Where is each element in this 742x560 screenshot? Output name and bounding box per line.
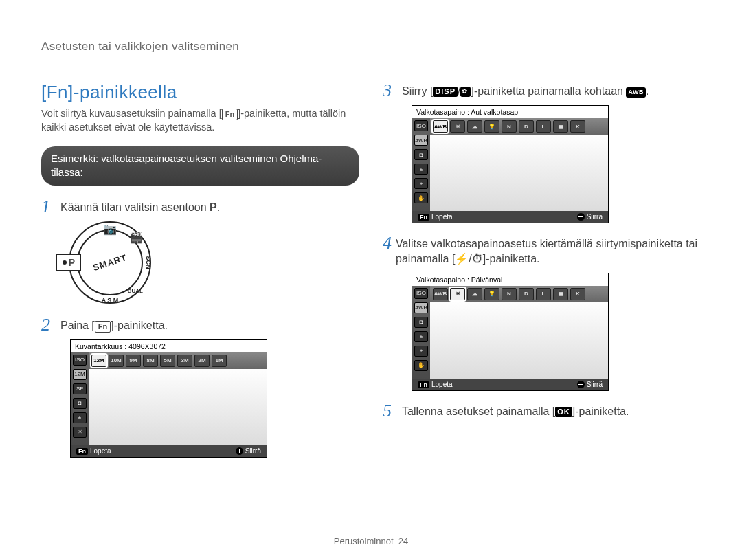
lcd-footer-right: Siirrä — [587, 213, 603, 221]
lcd-side-icon: 12M — [73, 369, 87, 380]
dial-icon: SCN — [145, 256, 152, 269]
step-number: 1 — [41, 198, 60, 216]
intro-prefix: Voit siirtyä kuvausasetuksiin painamalla… — [41, 108, 222, 119]
lcd-option: D — [519, 288, 534, 300]
lcd-option: 💡 — [484, 120, 499, 133]
lcd-option: L — [536, 120, 551, 133]
lcd-footer-left: Lopeta — [431, 213, 453, 221]
page-header: Asetusten tai valikkojen valitseminen — [41, 40, 701, 54]
lcd-option: K — [570, 120, 585, 133]
dial-icon: DUAL — [128, 288, 143, 294]
lcd-option: 3M — [177, 355, 192, 367]
lcd-option: ☁ — [467, 120, 482, 133]
header-divider — [41, 58, 701, 58]
step-3: 3 Siirry [DISP/]-painiketta painamalla k… — [383, 82, 701, 100]
example-callout: Esimerkki: valkotasapainoasetuksen valit… — [41, 146, 359, 186]
lcd-sidebar: ISO 12M SF ◘ ± ☀ — [71, 352, 89, 445]
timer-icon — [472, 253, 483, 265]
lcd-side-icon: ◘ — [414, 149, 428, 160]
awb-icon: AWB — [626, 87, 646, 98]
lcd-option: ☀ — [450, 288, 465, 300]
lcd-option: ◼ — [553, 288, 568, 300]
step1-suffix: . — [217, 201, 220, 213]
step-text: Tallenna asetukset painamalla [OK]-paini… — [402, 402, 629, 419]
lcd-side-icon: ± — [414, 164, 428, 175]
lcd-sidebar: ISO AWB ◘ ± + ✋ — [412, 286, 430, 379]
dial-p-indicator: P — [56, 254, 81, 271]
lcd-option: 2M — [194, 355, 210, 367]
dial-icon: A S M — [102, 297, 119, 304]
macro-icon — [460, 87, 471, 97]
footer-page-number: 24 — [398, 536, 408, 546]
step3-suffix: . — [646, 85, 649, 97]
lcd-option: AWB — [433, 288, 448, 300]
lcd-footer-left: Lopeta — [90, 447, 111, 455]
dial-icon: 📷 — [103, 223, 117, 236]
step1-prefix: Käännä tilan valitsin asentoon — [60, 201, 210, 213]
lcd-option: D — [519, 120, 534, 133]
lcd-header: Valkotasapaino : Päivänval — [412, 273, 608, 286]
lcd-footer-right: Siirrä — [245, 447, 261, 455]
lcd-option: 10M — [109, 355, 124, 367]
step-2: 2 Paina [Fn]-painiketta. — [41, 316, 359, 334]
lcd-side-icon: ✋ — [414, 360, 428, 371]
disp-icon: DISP — [433, 87, 458, 97]
lcd-option: ◼ — [553, 120, 568, 133]
flash-icon — [455, 253, 469, 265]
lcd-side-icon: AWB — [414, 135, 428, 146]
nav-cross-icon — [577, 213, 585, 221]
lcd-side-icon: ISO — [73, 355, 87, 366]
fn-badge-icon: Fn — [76, 448, 88, 455]
lcd-option: N — [502, 120, 517, 133]
lcd-option: 12M — [91, 355, 106, 367]
mode-dial-illustration: SMART P 📷 🎬 SCN DUAL A S M — [69, 221, 151, 304]
lcd-option: ☀ — [450, 120, 465, 133]
step-number: 3 — [383, 82, 402, 100]
lcd-preview-resolution: Kuvantarkkuus : 4096X3072 ISO 12M SF ◘ ±… — [70, 339, 267, 458]
step-1: 1 Käännä tilan valitsin asentoon P. — [41, 198, 359, 216]
step2-prefix: Paina [ — [60, 320, 95, 331]
nav-cross-icon — [577, 381, 585, 388]
step-text: Valitse valkotasapainoasetus kiertämällä… — [396, 234, 701, 267]
step-5: 5 Tallenna asetukset painamalla [OK]-pai… — [383, 402, 701, 420]
lcd-option: 5M — [160, 355, 175, 367]
lcd-footer: FnLopeta Siirrä — [412, 379, 608, 390]
step3-mid: ]-painiketta painamalla kohtaan — [471, 85, 626, 97]
fn-badge-icon: Fn — [418, 381, 429, 388]
step-text: Paina [Fn]-painiketta. — [60, 316, 168, 333]
page-footer: Perustoiminnot 24 — [0, 536, 742, 546]
step2-suffix: ]-painiketta. — [111, 320, 168, 331]
lcd-header: Kuvantarkkuus : 4096X3072 — [71, 340, 267, 352]
step-number: 2 — [41, 316, 60, 334]
fn-badge-icon: Fn — [418, 214, 429, 221]
lcd-side-icon: + — [414, 346, 428, 357]
fn-icon: Fn — [95, 321, 111, 333]
dial-icon: 🎬 — [129, 231, 143, 244]
lcd-footer-right: Siirrä — [587, 381, 603, 388]
step5-suffix: ]-painiketta. — [572, 405, 629, 417]
mode-p-icon: P — [210, 201, 217, 213]
lcd-footer: FnLopeta Siirrä — [71, 445, 267, 457]
lcd-preview-wb-auto: Valkotasapaino : Aut valkotasap ISO AWB … — [412, 105, 609, 223]
lcd-side-icon: ISO — [414, 288, 428, 299]
lcd-side-icon: ± — [414, 331, 428, 342]
fn-icon: Fn — [222, 109, 238, 120]
lcd-side-icon: ± — [73, 412, 87, 423]
step-4: 4 Valitse valkotasapainoasetus kiertämäl… — [383, 234, 701, 267]
lcd-side-icon: SF — [73, 383, 87, 394]
lcd-option-row: AWB ☀ ☁ 💡 N D L ◼ K — [430, 118, 608, 135]
lcd-side-icon: ◘ — [73, 398, 87, 409]
step3-prefix: Siirry [ — [402, 85, 433, 97]
ok-icon: OK — [555, 407, 572, 417]
lcd-option: 💡 — [484, 288, 499, 300]
step4-suffix: ]-painiketta. — [483, 253, 540, 265]
step-text: Käännä tilan valitsin asentoon P. — [60, 198, 220, 215]
lcd-sidebar: ISO AWB ◘ ± + ✋ — [412, 118, 430, 211]
lcd-footer: FnLopeta Siirrä — [412, 211, 608, 223]
lcd-footer-left: Lopeta — [431, 381, 453, 388]
lcd-side-icon: ✋ — [414, 192, 428, 203]
lcd-option-row: 12M 10M 9M 8M 5M 3M 2M 1M — [89, 352, 267, 369]
lcd-option: AWB — [433, 120, 448, 133]
lcd-side-icon: AWB — [414, 302, 428, 313]
step-number: 5 — [383, 402, 402, 420]
